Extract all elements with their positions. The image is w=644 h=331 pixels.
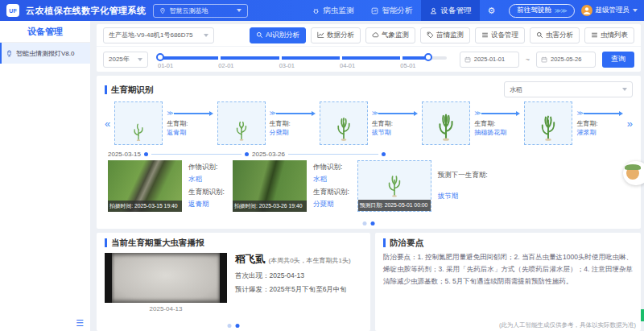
chart-icon <box>371 7 378 14</box>
settings-gear-icon[interactable]: ⚙ <box>480 6 502 16</box>
crop-select-value: 水稻 <box>510 85 522 94</box>
location-pin-icon <box>159 7 166 14</box>
seedling-monitor-button[interactable]: 苗情监测 <box>420 27 470 43</box>
prediction-image[interactable]: 预测日期: 2025-05-01 00:00 <box>357 160 431 212</box>
device-select-value: 生产基地-V9-48机1号686D75 <box>109 31 192 39</box>
predict-stage-value[interactable]: 拔节期 <box>438 192 488 201</box>
stage-value[interactable]: 返青期 <box>188 200 225 209</box>
chevron-down-icon <box>204 34 208 37</box>
slider-gap <box>400 56 402 60</box>
timeline-line <box>288 154 378 155</box>
carousel-dot[interactable] <box>236 324 240 328</box>
stage-name[interactable]: 拔节期 <box>372 128 418 137</box>
pest-analysis-button[interactable]: 虫害分析 <box>530 27 580 43</box>
slider-gap <box>218 56 221 60</box>
pest-broadcast-card: 当前生育期重大虫害播报 2025-04-13 稻飞虱 (本周共0头，本生育期共1… <box>97 233 370 331</box>
stage-transition: ≫ 生育期: 拔节期 <box>372 101 418 145</box>
ai-analysis-button[interactable]: AI识别分析 <box>250 27 306 43</box>
growth-period-card: 生育期识别 水稻 « ≫ 生育期: 返青期 <box>97 76 641 229</box>
outbreak-value: 2025年5月下旬至6月中旬 <box>270 285 347 293</box>
list-icon <box>481 31 489 39</box>
slider-handle-end[interactable] <box>424 53 432 61</box>
stage-image-box[interactable] <box>422 101 470 145</box>
stage-image-box[interactable] <box>114 101 163 145</box>
slider-gap <box>340 56 342 60</box>
nav-item-label: 设备管理 <box>440 6 471 16</box>
stage-transition: ≫ 生育期: 分蘖期 <box>270 101 316 145</box>
stage-name[interactable]: 返青期 <box>167 128 213 137</box>
device-manage-button[interactable]: 设备管理 <box>475 27 525 43</box>
pest-count-note: (本周共0头，本生育期共1头) <box>269 256 351 265</box>
search-icon <box>256 31 263 39</box>
stage-name[interactable]: 灌浆期 <box>576 128 622 137</box>
start-date-input[interactable]: 2025-01-01 <box>460 52 519 68</box>
crop-value[interactable]: 水稻 <box>188 175 225 184</box>
button-label: 数据分析 <box>327 31 354 40</box>
slider-tick: 05-01 <box>400 62 415 69</box>
photo-overlay: 预测日期: 2025-05-01 00:00 <box>358 200 431 211</box>
timeline-date: 2025-03-15 <box>108 151 141 158</box>
timeline-dot <box>245 152 249 156</box>
pest-list-button[interactable]: 虫情列表 <box>584 27 634 43</box>
predict-label: 预测下一生育期: <box>438 171 488 180</box>
base-select[interactable]: 智慧云测基地 <box>153 4 248 18</box>
sidebar-item-label: 智能虫情测报灯V8.0 <box>16 49 74 58</box>
timeline-dot <box>144 152 148 156</box>
slider-tick: 04-01 <box>340 62 355 69</box>
button-label: 虫害分析 <box>546 31 573 40</box>
pest-carousel-dots <box>228 324 240 328</box>
carousel-dot[interactable] <box>371 221 375 225</box>
stage-image-box[interactable] <box>217 101 266 145</box>
chevron-down-icon <box>633 9 638 12</box>
timeline-date: 2025-03-26 <box>252 151 285 158</box>
capture-detail-row: 拍摄时间: 2025-03-15 19:40 作物识别: 水稻 生育期识别: 返… <box>108 160 633 212</box>
year-select[interactable]: 2025年 <box>103 52 148 68</box>
cockpit-button[interactable]: 前往驾驶舱 ≫≫ <box>509 4 574 18</box>
capture-timeline: 2025-03-15 2025-03-26 <box>108 151 386 158</box>
stage-value[interactable]: 分蘖期 <box>313 200 349 209</box>
time-filter-row: 2025年 01-01 02-01 03-01 <box>97 47 641 72</box>
nav-item-analysis[interactable]: 智能分析 <box>362 0 421 21</box>
slider-gap <box>279 56 282 60</box>
carousel-dot[interactable] <box>363 221 367 225</box>
search-button[interactable]: 查询 <box>602 52 634 68</box>
crop-select[interactable]: 水稻 <box>504 81 633 97</box>
filter-card: 生产基地-V9-48机1号686D75 AI识别分析 数据分析 <box>97 24 641 72</box>
field-photo[interactable]: 拍摄时间: 2025-03-26 19:40 <box>233 160 307 212</box>
nav-item-pest-monitoring[interactable]: 病虫监测 <box>303 0 362 21</box>
slider-handle-start[interactable] <box>156 53 164 61</box>
timeline-dot <box>382 152 386 156</box>
weather-monitor-button[interactable]: 气象监测 <box>365 27 415 43</box>
data-analysis-button[interactable]: 数据分析 <box>311 27 361 43</box>
device-select[interactable]: 生产基地-V9-48机1号686D75 <box>103 27 214 43</box>
start-date-value: 2025-01-01 <box>474 56 505 63</box>
nav-item-device-management[interactable]: 设备管理 <box>421 0 480 21</box>
date-range-slider[interactable]: 01-01 02-01 03-01 04-01 05-01 <box>158 51 447 68</box>
user-menu[interactable]: 超级管理员 <box>581 5 638 16</box>
crop-value[interactable]: 水稻 <box>313 175 349 184</box>
prevention-card: 防治要点 防治要点：1. 控制氮肥用量避免田间郁闭；2. 当百丛虫量达1000头… <box>375 233 641 331</box>
carousel-dot[interactable] <box>228 324 232 328</box>
slider-tick: 03-01 <box>279 62 295 69</box>
next-stages-chevron-icon[interactable]: » <box>627 118 633 129</box>
assistant-mascot-button[interactable] <box>623 161 644 185</box>
ai-disclaimer: (此为人工智能生成仅供参考，具体以实际数据为准) <box>499 321 636 329</box>
stage-label: 生育期: <box>372 119 418 128</box>
plant-icon <box>538 115 559 142</box>
photo-overlay: 拍摄时间: 2025-03-26 19:40 <box>233 201 307 212</box>
stage-name[interactable]: 抽穗扬花期 <box>474 128 520 137</box>
pest-trap-photo[interactable] <box>105 253 227 303</box>
sidebar-collapse-icon[interactable]: ☰ <box>76 318 84 329</box>
crop-label: 作物识别: <box>188 163 225 172</box>
end-date-input[interactable]: 2025-05-26 <box>536 52 596 68</box>
toolbar-buttons: AI识别分析 数据分析 气象监测 苗情监测 <box>250 27 634 43</box>
stage-name[interactable]: 分蘖期 <box>270 128 316 137</box>
prev-stages-chevron-icon[interactable]: « <box>105 118 110 129</box>
field-photo[interactable]: 拍摄时间: 2025-03-15 19:40 <box>108 160 182 212</box>
stage-image-box[interactable] <box>320 101 368 145</box>
stage-transition: ≫ 生育期: 抽穗扬花期 <box>474 101 520 145</box>
sidebar-item-pest-lamp[interactable]: 智能虫情测报灯V8.0 <box>0 43 90 64</box>
stage-image-box[interactable] <box>524 101 572 145</box>
nav-item-label: 病虫监测 <box>323 6 353 16</box>
prevention-section-title: 防治要点 <box>383 238 633 247</box>
